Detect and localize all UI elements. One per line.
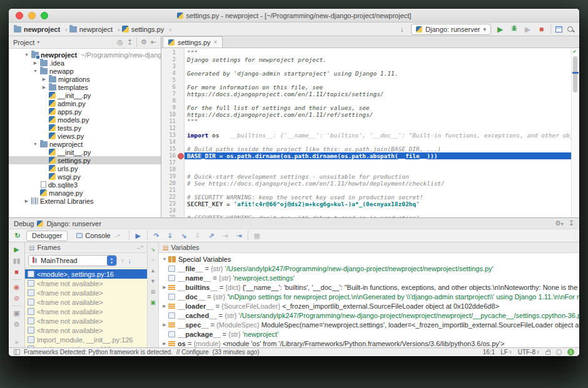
search-everywhere-icon[interactable] (567, 26, 574, 33)
tree-expand-icon[interactable] (41, 77, 47, 82)
combo-stepper-icon[interactable]: ▲▼ (107, 256, 116, 266)
mute-breakpoints-icon[interactable]: ⊘ (12, 294, 22, 302)
code-line[interactable]: 9 For the full list of settings and thei… (161, 104, 571, 111)
expand-arrow-icon[interactable] (161, 341, 168, 346)
project-tree-item[interactable]: __init__.py (9, 91, 161, 99)
project-tree-item[interactable]: migrations (9, 75, 161, 83)
stop-button[interactable]: ■ (537, 25, 546, 34)
rerun-button[interactable]: ↻ (13, 232, 23, 240)
variable-row[interactable]: __spec__ = {ModuleSpec} ModuleSpec(name=… (161, 320, 579, 329)
line-number[interactable]: 25 (161, 214, 176, 217)
variable-row[interactable]: __doc__ = {str} '\nDjango settings for n… (161, 292, 579, 301)
breakpoint-gutter[interactable] (176, 159, 185, 166)
show-execution-point-icon[interactable]: ▶ (133, 232, 143, 240)
line-number[interactable]: 13 (161, 132, 176, 139)
line-number[interactable]: 11 (161, 118, 176, 125)
breakpoint-gutter[interactable] (176, 118, 185, 125)
expand-arrow-icon[interactable] (161, 285, 168, 290)
line-number[interactable]: 19 (161, 173, 176, 180)
force-step-into-icon[interactable]: ⇩ (193, 232, 203, 240)
editor-scrollbar-thumb[interactable] (573, 56, 577, 92)
code-editor[interactable]: 1 """ 2 Django settings for newproject p… (161, 48, 579, 217)
variable-row[interactable]: __cached__ = {str} '/Users/andylpk247/Pr… (161, 311, 579, 320)
step-into-my-code-icon[interactable]: ⇘ (179, 232, 189, 240)
tree-expand-icon[interactable] (41, 85, 47, 90)
add-to-watches-icon[interactable]: ↘ (151, 246, 156, 253)
line-number[interactable]: 7 (161, 91, 176, 97)
run-to-cursor-icon[interactable]: ⇥ (234, 232, 244, 240)
expand-arrow-icon[interactable] (161, 304, 168, 309)
line-number[interactable]: 17 (161, 159, 176, 166)
project-tree-item[interactable]: tests.py (9, 124, 161, 132)
project-tree-item[interactable]: templates (9, 83, 161, 91)
encoding-select[interactable]: UTF-8⇕ (518, 349, 540, 356)
code-line[interactable]: 2 Django settings for newproject project… (161, 56, 571, 63)
collapse-all-icon[interactable]: ↥ (127, 38, 133, 46)
code-line[interactable]: 5 (161, 77, 571, 84)
project-view-dropdown-icon[interactable]: ▾ (37, 39, 39, 45)
tree-expand-icon[interactable] (33, 142, 38, 146)
breakpoint-gutter[interactable] (176, 70, 185, 77)
code-line[interactable]: 21 (161, 187, 571, 194)
project-tree-item[interactable]: models.py (9, 116, 161, 124)
code-line[interactable]: 15 # Build paths inside the project like… (161, 146, 571, 152)
project-settings-gear-icon[interactable]: ⚙ (141, 38, 147, 46)
step-over-icon[interactable]: ↷ (151, 232, 161, 240)
breakpoint-gutter[interactable] (176, 125, 185, 132)
code-line[interactable]: 8 (161, 97, 571, 104)
tool-window-toggle-icon[interactable] (14, 349, 20, 355)
line-number[interactable]: 18 (161, 166, 176, 173)
stack-frame-row[interactable]: <frame not available> (25, 307, 147, 316)
run-with-coverage-button[interactable]: ▶ (523, 25, 532, 34)
breakpoint-gutter[interactable] (176, 77, 185, 84)
code-line[interactable]: 1 """ (161, 49, 571, 56)
project-tree-item[interactable]: views.py (9, 132, 161, 140)
move-watch-up-icon[interactable]: ▲ (150, 267, 156, 274)
project-tree-item[interactable]: db.sqlite3 (9, 181, 161, 189)
locate-file-icon[interactable]: ◎ (117, 38, 123, 46)
expand-arrow-icon[interactable] (161, 257, 168, 261)
step-out-icon[interactable]: ⇗ (206, 232, 216, 240)
close-tab-icon[interactable]: × (214, 39, 218, 46)
move-watch-down-icon[interactable]: ▼ (150, 278, 156, 285)
line-number[interactable]: 10 (161, 111, 176, 118)
line-number[interactable]: 12 (161, 125, 176, 132)
variable-row[interactable]: os = {module} <module 'os' from '/Librar… (161, 339, 579, 347)
breakpoint-gutter[interactable] (176, 49, 185, 56)
code-line[interactable]: 13 import os __builtins__: {'__name__': … (161, 132, 571, 139)
breakpoint-gutter[interactable] (176, 187, 185, 194)
stack-frame-row[interactable]: <frame not available> (25, 288, 147, 297)
project-tree-item[interactable]: External Libraries (9, 197, 161, 205)
tree-expand-icon[interactable] (33, 61, 38, 66)
expand-arrow-icon[interactable] (161, 322, 168, 327)
editor-tab-settings-py[interactable]: settings.py × (163, 36, 223, 47)
project-tree-item[interactable]: wsgi.py (9, 172, 161, 181)
breakpoint-gutter[interactable] (176, 166, 185, 173)
project-panel-title[interactable]: Project (13, 39, 34, 46)
debug-button[interactable] (509, 24, 519, 34)
variable-row[interactable]: Special Variables (161, 254, 579, 264)
run-configuration-select[interactable]: Django: runserver ▾ (411, 24, 491, 35)
stack-frame-row[interactable]: <module>, settings.py:16 (25, 269, 147, 279)
breakpoint-gutter[interactable] (176, 194, 185, 201)
tab-console[interactable]: Console →* (71, 231, 124, 241)
code-line[interactable]: 22 # SECURITY WARNING: keep the secret k… (161, 194, 571, 201)
breakpoint-gutter[interactable] (176, 84, 185, 91)
code-line[interactable]: 16 BASE_DIR = os.path.dirname(os.path.di… (161, 152, 571, 159)
configure-link[interactable]: // Configure (176, 349, 209, 356)
line-number[interactable]: 15 (161, 146, 176, 152)
line-number[interactable]: 4 (161, 70, 176, 77)
project-tree-item[interactable]: apps.py (9, 107, 161, 116)
stop-debug-icon[interactable]: ■ (12, 268, 22, 276)
line-number[interactable]: 5 (161, 77, 176, 84)
breakpoint-gutter[interactable] (176, 152, 185, 159)
stack-frame-row[interactable]: import_module, __init__.py:126 (25, 335, 147, 344)
tab-debugger[interactable]: Debugger (26, 231, 68, 241)
code-line[interactable]: 3 (161, 63, 571, 70)
code-line[interactable]: 12 (161, 125, 571, 132)
tree-expand-icon[interactable] (33, 69, 38, 73)
remove-watch-icon[interactable]: − (151, 257, 155, 264)
variable-row[interactable]: __name__ = {str} 'newproject.settings' (161, 273, 579, 282)
smart-step-into-icon[interactable]: ⇥ (220, 232, 230, 240)
line-number[interactable]: 1 (161, 49, 176, 56)
